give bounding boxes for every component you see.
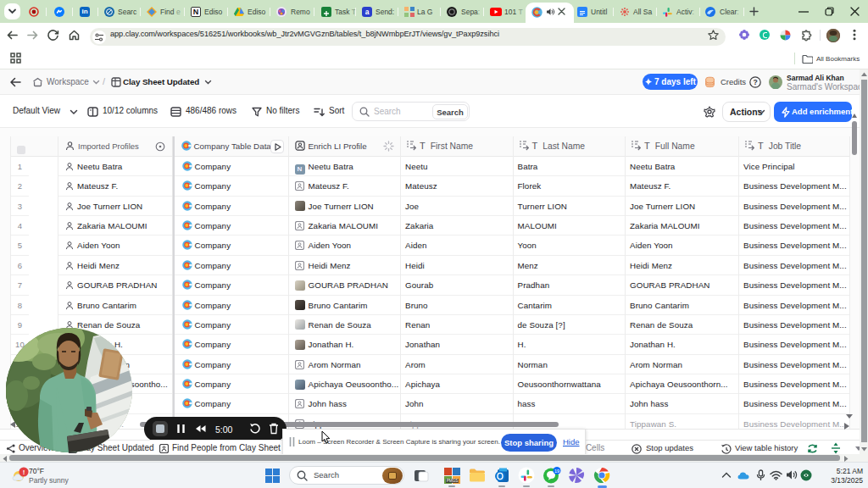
svg-text:PMGS: PMGS [447,479,459,483]
svg-text:19: 19 [554,469,559,474]
svg-text:!: ! [23,469,25,476]
svg-text:?: ? [753,78,757,86]
